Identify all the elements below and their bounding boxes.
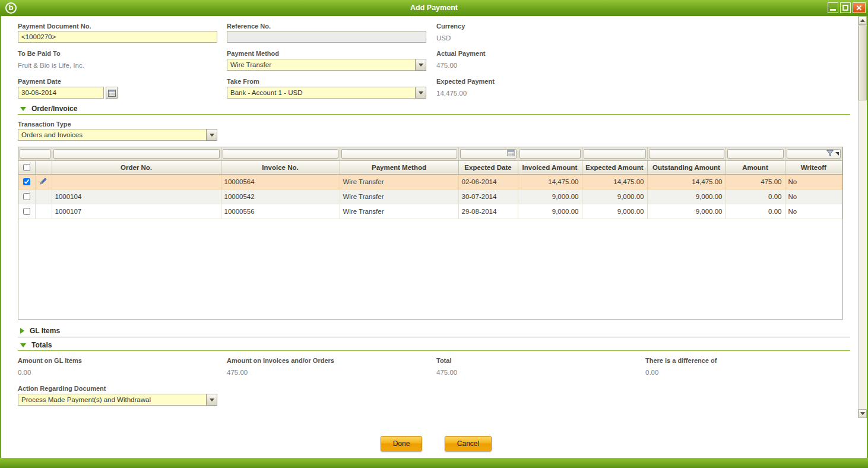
grid-menu-icon[interactable] (835, 152, 839, 156)
column-header-expected-date[interactable]: Expected Date (458, 160, 518, 174)
transaction-type-value: Orders and Invoices (18, 129, 206, 141)
actual-payment-value: 475.00 (436, 62, 457, 69)
amount-on-invoices-value: 475.00 (227, 369, 248, 376)
cell-amount: 0.00 (726, 204, 785, 219)
action-regarding-document-select[interactable]: Process Made Payment(s) and Withdrawal (18, 394, 217, 406)
payment-method-select[interactable]: Wire Transfer (227, 59, 426, 71)
row-checkbox[interactable] (23, 208, 30, 215)
filter-cell-expected-date[interactable] (460, 149, 517, 159)
collapse-down-icon (20, 343, 26, 347)
cell-expected-date: 02-06-2014 (458, 174, 518, 189)
transaction-type-select[interactable]: Orders and Invoices (18, 129, 217, 141)
scrollbar-thumb[interactable] (859, 26, 867, 100)
to-be-paid-to-value: Fruit & Bio is Life, Inc. (18, 62, 84, 69)
amount-on-gl-items-label: Amount on GL Items (18, 357, 82, 364)
maximize-icon (842, 5, 848, 11)
column-header-invoice-no[interactable]: Invoice No. (221, 160, 340, 174)
reference-no-label: Reference No. (227, 23, 271, 30)
cell-writeoff: No (785, 174, 842, 189)
section-divider (18, 114, 850, 115)
payment-date-input[interactable] (18, 87, 104, 99)
filter-cell-writeoff[interactable] (787, 149, 841, 159)
window-controls: ✕ (828, 2, 866, 13)
maximize-button[interactable] (840, 2, 851, 13)
edit-icon[interactable] (39, 179, 47, 186)
chevron-down-icon[interactable] (415, 87, 426, 99)
cell-payment-method: Wire Transfer (340, 174, 458, 189)
calendar-icon[interactable] (106, 87, 118, 99)
column-header-payment-method[interactable]: Payment Method (340, 160, 458, 174)
payment-method-value: Wire Transfer (227, 59, 415, 71)
grid-filter-row (18, 147, 842, 160)
filter-cell-invoiced-amount[interactable] (519, 149, 581, 159)
totals-section-title: Totals (31, 341, 52, 349)
chevron-down-icon[interactable] (415, 59, 426, 71)
take-from-value: Bank - Account 1 - USD (227, 87, 415, 99)
cancel-button[interactable]: Cancel (445, 436, 492, 451)
action-regarding-document-value: Process Made Payment(s) and Withdrawal (18, 394, 206, 406)
grid-header-row: Order No. Invoice No. Payment Method Exp… (18, 160, 842, 174)
column-header-invoiced-amount[interactable]: Invoiced Amount (518, 160, 582, 174)
difference-label: There is a difference of (645, 357, 717, 364)
filter-cell-order-no[interactable] (53, 149, 220, 159)
chevron-down-icon[interactable] (206, 129, 217, 141)
totals-section-header[interactable]: Totals (20, 341, 52, 349)
cell-outstanding-amount: 9,000.00 (647, 189, 726, 204)
row-checkbox[interactable] (23, 178, 30, 185)
cell-expected-amount: 9,000.00 (582, 189, 647, 204)
cell-invoiced-amount: 14,475.00 (518, 174, 582, 189)
column-header-outstanding-amount[interactable]: Outstanding Amount (647, 160, 726, 174)
column-header-writeoff[interactable]: Writeoff (785, 160, 842, 174)
cell-amount-editable[interactable]: 475.00 (726, 174, 785, 189)
transaction-type-label: Transaction Type (18, 121, 71, 128)
cell-expected-date: 29-08-2014 (458, 204, 518, 219)
column-header-amount[interactable]: Amount (726, 160, 785, 174)
currency-value: USD (436, 34, 451, 42)
cell-expected-amount: 14,475.00 (582, 174, 647, 189)
close-icon: ✕ (856, 4, 863, 12)
filter-cell-outstanding-amount[interactable] (649, 149, 724, 159)
filter-cell-invoice-no[interactable] (223, 149, 338, 159)
calendar-icon[interactable] (507, 150, 515, 158)
reference-no-input[interactable] (227, 31, 426, 43)
cell-amount: 0.00 (726, 189, 785, 204)
openbravo-logo-icon: b (5, 2, 17, 14)
filter-cell-amount[interactable] (727, 149, 784, 159)
payment-document-no-input[interactable] (18, 31, 217, 43)
to-be-paid-to-label: To Be Paid To (18, 50, 61, 57)
collapse-right-icon (20, 328, 24, 334)
filter-cell-expected-amount[interactable] (584, 149, 646, 159)
table-row[interactable]: 1000104 10000542 Wire Transfer 30-07-201… (18, 189, 842, 204)
cell-writeoff: No (785, 204, 842, 219)
order-invoice-section-header[interactable]: Order/Invoice (20, 105, 77, 113)
cell-payment-method: Wire Transfer (340, 204, 458, 219)
scroll-down-arrow-icon[interactable] (859, 409, 867, 418)
column-header-order-no[interactable]: Order No. (52, 160, 221, 174)
gl-items-section-title: GL Items (30, 327, 60, 335)
table-row[interactable]: 1000107 10000556 Wire Transfer 29-08-201… (18, 204, 842, 219)
select-all-checkbox[interactable] (23, 164, 30, 171)
cell-writeoff: No (785, 189, 842, 204)
vertical-scrollbar[interactable] (858, 16, 867, 418)
minimize-button[interactable] (828, 2, 838, 13)
filter-cell-payment-method[interactable] (341, 149, 457, 159)
cell-outstanding-amount: 9,000.00 (647, 204, 726, 219)
column-header-expected-amount[interactable]: Expected Amount (582, 160, 647, 174)
actual-payment-label: Actual Payment (436, 50, 486, 57)
scroll-up-arrow-icon[interactable] (859, 16, 867, 25)
collapse-down-icon (20, 107, 26, 111)
take-from-select[interactable]: Bank - Account 1 - USD (227, 87, 426, 99)
gl-items-section-header[interactable]: GL Items (20, 327, 60, 335)
close-button[interactable]: ✕ (853, 2, 866, 13)
filter-funnel-icon[interactable] (826, 150, 834, 158)
cell-outstanding-amount: 14,475.00 (647, 174, 726, 189)
table-row[interactable]: 10000564 Wire Transfer 02-06-2014 14,475… (18, 174, 842, 189)
filter-cell[interactable] (20, 149, 50, 159)
chevron-down-icon[interactable] (206, 394, 217, 406)
cell-expected-date: 30-07-2014 (458, 189, 518, 204)
done-button[interactable]: Done (381, 436, 422, 451)
row-checkbox[interactable] (23, 193, 30, 200)
amount-on-invoices-label: Amount on Invoices and/or Orders (227, 357, 334, 364)
cell-invoiced-amount: 9,000.00 (518, 204, 582, 219)
section-divider (18, 350, 850, 351)
